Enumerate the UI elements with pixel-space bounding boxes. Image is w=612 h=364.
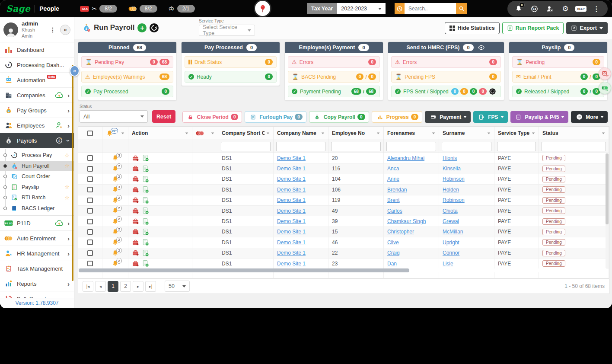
row-checkbox[interactable] xyxy=(87,229,93,235)
sidebar-item-reports[interactable]: Reports› xyxy=(0,276,74,291)
quick-release-payslips-button[interactable] xyxy=(599,82,611,94)
column-header-company-short-co[interactable]: Company Short Co... xyxy=(218,127,274,140)
filter-input-service-type[interactable] xyxy=(497,142,536,151)
column-menu-icon[interactable] xyxy=(211,132,214,134)
forename-link[interactable]: Brent xyxy=(387,197,400,203)
sidebar-item-p11d[interactable]: P11DP11D› xyxy=(0,216,74,231)
column-header-status[interactable]: Status xyxy=(539,127,609,140)
company-name-link[interactable]: Demo Site 1 xyxy=(277,176,306,182)
column-menu-icon[interactable] xyxy=(267,132,269,134)
stat-card-header[interactable]: Planned68 xyxy=(78,42,176,53)
column-menu-icon[interactable] xyxy=(602,132,605,134)
forename-link[interactable]: Craig xyxy=(387,250,400,256)
add-document-action-icon[interactable] xyxy=(142,176,149,183)
row-bell-icon[interactable]: 3 xyxy=(112,186,119,193)
company-name-link[interactable]: Demo Site 1 xyxy=(277,250,306,256)
row-checkbox[interactable] xyxy=(87,239,93,245)
select-all-checkbox[interactable] xyxy=(87,131,93,136)
process-action-icon[interactable] xyxy=(132,155,139,162)
sidebar-item-automation[interactable]: AutomationBeta xyxy=(0,73,74,88)
search-input[interactable] xyxy=(405,3,456,14)
process-action-icon[interactable] xyxy=(132,260,139,267)
table-row[interactable]: 2DS1Demo Site 122CraigConnorPAYEPending xyxy=(78,248,609,259)
table-row[interactable]: 2DS1Demo Site 149CarlosChiotaPAYEPending xyxy=(78,206,609,216)
clock-icon[interactable] xyxy=(395,3,405,14)
notifications-bell-icon[interactable]: 0 xyxy=(511,1,526,16)
user-menu-icon[interactable]: ⋮ xyxy=(49,26,57,33)
run-report-pack-button[interactable]: Run Report Pack xyxy=(502,22,564,34)
tax-year-select[interactable]: 2022-2023 xyxy=(337,3,386,14)
export-button[interactable]: Export xyxy=(566,22,608,34)
surname-link[interactable]: Robinson xyxy=(443,176,465,182)
stat-card-header[interactable]: Send to HMRC (FPS)0 xyxy=(388,42,504,53)
forename-link[interactable]: Carlos xyxy=(387,208,402,214)
stat-row-draft-status[interactable]: Draft Status0 xyxy=(185,56,277,68)
sidebar-subitem-process-pay[interactable]: £Process Pay☆ xyxy=(0,150,74,161)
topbar-stat-tax-scissors-icon[interactable]: TAX✂8/2 xyxy=(80,5,117,13)
refresh-button[interactable] xyxy=(150,23,159,32)
process-action-icon[interactable] xyxy=(132,176,139,182)
row-bell-icon[interactable]: 2 xyxy=(112,176,119,183)
table-row[interactable]: 3DS1Demo Site 120Alexandru MihaiHionisPA… xyxy=(78,153,609,163)
column-header-forenames[interactable]: Forenames xyxy=(384,127,439,140)
stat-row-payment-pending[interactable]: ✓Payment Pending68/68 xyxy=(288,86,380,97)
sidebar-subitem-payslip[interactable]: Payslip☆ xyxy=(0,182,74,193)
filter-input-employee-no[interactable] xyxy=(331,142,381,151)
sidebar-subitem-rti-batch[interactable]: iRTI Batch☆ xyxy=(0,192,74,203)
column-header-surname[interactable]: Surname xyxy=(439,127,494,140)
stat-row-pending-fps[interactable]: ⌛Pending FPS0 xyxy=(391,71,501,83)
sidebar-item-processing-dash[interactable]: £Processing Dash... xyxy=(0,57,74,73)
surname-link[interactable]: Grewal xyxy=(443,218,459,224)
company-name-link[interactable]: Demo Site 1 xyxy=(277,218,306,224)
add-document-action-icon[interactable] xyxy=(142,197,149,204)
sidebar-item-companies[interactable]: Companies› xyxy=(0,88,74,103)
company-name-link[interactable]: Demo Site 1 xyxy=(277,187,306,193)
panel-collapse-button[interactable]: « xyxy=(70,65,80,77)
add-payroll-button[interactable]: + xyxy=(137,23,147,32)
column-header-coins[interactable] xyxy=(192,127,218,140)
surname-link[interactable]: Upright xyxy=(443,239,459,246)
stat-card-header[interactable]: Pay Processed0 xyxy=(182,42,280,53)
table-row[interactable]: 2DS1Demo Site 1116AncaKinsellaPAYEPendin… xyxy=(78,163,609,174)
search-button[interactable] xyxy=(456,3,467,14)
process-action-icon[interactable] xyxy=(132,186,139,193)
stat-card-header[interactable]: Payslip0 xyxy=(509,42,607,53)
add-document-action-icon[interactable] xyxy=(142,207,149,214)
add-document-action-icon[interactable] xyxy=(142,239,149,246)
stat-row-ready[interactable]: ✓Ready0 xyxy=(185,71,277,83)
company-name-link[interactable]: Demo Site 1 xyxy=(277,197,306,203)
hide-statistics-button[interactable]: Hide Statistics xyxy=(445,22,500,34)
row-checkbox[interactable] xyxy=(87,187,93,192)
row-bell-icon[interactable]: 2 xyxy=(112,165,119,172)
filter-input-surname[interactable] xyxy=(442,142,491,151)
company-name-link[interactable]: Demo Site 1 xyxy=(277,155,306,161)
sidebar-scrollbar[interactable] xyxy=(72,65,73,281)
payment-button[interactable]: Payment xyxy=(425,111,471,123)
stat-row-bacs-pending[interactable]: ⌛BACS Pending0/0 xyxy=(288,71,380,83)
table-row[interactable]: 3DS1Demo Site 1106BrendanHoldenPAYEPendi… xyxy=(78,185,609,195)
surname-link[interactable]: Hionis xyxy=(443,155,457,161)
status-select[interactable]: All xyxy=(80,110,148,123)
surname-link[interactable]: Lisle xyxy=(443,261,453,267)
add-document-action-icon[interactable] xyxy=(142,218,149,225)
column-header-action[interactable]: Action xyxy=(128,127,192,140)
column-header-bell[interactable]: 99+ xyxy=(102,127,128,140)
row-bell-icon[interactable]: 2 xyxy=(112,260,119,267)
sidebar-item-employees[interactable]: Employees› xyxy=(0,118,74,133)
row-bell-icon[interactable]: 2 xyxy=(112,228,119,236)
forename-link[interactable]: Dan xyxy=(387,261,397,267)
table-row[interactable]: 2DS1Demo Site 1104AnneRobinsonPAYEPendin… xyxy=(78,174,609,185)
page-button-2[interactable]: 2 xyxy=(120,281,131,292)
filter-input-company-name[interactable] xyxy=(276,142,325,151)
process-action-icon[interactable] xyxy=(132,239,139,246)
forename-link[interactable]: Brendan xyxy=(387,187,407,193)
row-bell-icon[interactable]: 2 xyxy=(112,218,119,225)
payslip-p45-button[interactable]: Payslip & P45 xyxy=(510,111,569,123)
sidebar-item-dashboard[interactable]: Dashboard xyxy=(0,42,74,57)
stat-row-fps-sent-skipped[interactable]: ✓FPS Sent / Skipped0000 xyxy=(391,86,501,97)
surname-link[interactable]: Holden xyxy=(443,187,459,193)
support-24-icon[interactable]: 24 xyxy=(526,1,542,16)
vertical-scrollbar-thumb[interactable] xyxy=(606,153,609,224)
add-document-action-icon[interactable] xyxy=(142,228,149,236)
topbar-stat-crown-icon[interactable]: ♔2/1 xyxy=(169,5,195,13)
